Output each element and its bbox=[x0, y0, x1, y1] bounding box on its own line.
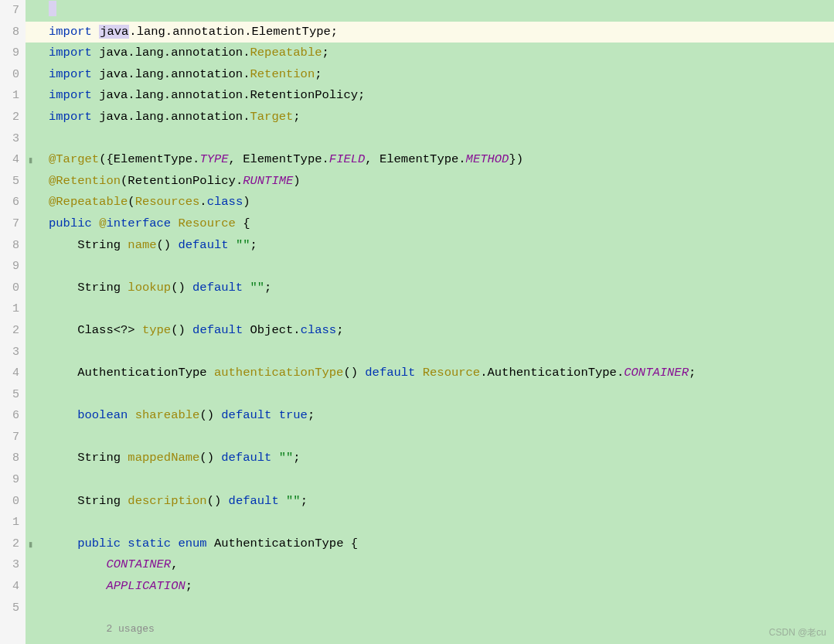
gutter-marker-icon: ▮ bbox=[28, 155, 33, 166]
code-line bbox=[49, 512, 834, 533]
keyword: import bbox=[49, 88, 92, 102]
line-number: 3 bbox=[0, 342, 19, 363]
line-number: 4 bbox=[0, 576, 19, 598]
code-line: import java.lang.annotation.Target; bbox=[49, 107, 834, 128]
line-number: 6 bbox=[0, 192, 19, 213]
code-line: CONTAINER, bbox=[49, 554, 834, 576]
string: "" bbox=[250, 281, 265, 295]
marker-column: ▮ ▮ ▮ bbox=[26, 0, 43, 644]
class-name: Resource bbox=[423, 366, 480, 380]
annotation: @ bbox=[49, 195, 56, 209]
line-number: 0 bbox=[0, 491, 19, 513]
class-name: ElementType bbox=[114, 152, 192, 166]
line-number: 5 bbox=[0, 171, 19, 193]
class-name: Retention bbox=[250, 67, 315, 81]
code-line: import java.lang.annotation.RetentionPol… bbox=[49, 85, 834, 107]
code-line: @Target({ElementType.TYPE, ElementType.F… bbox=[49, 149, 834, 171]
keyword: import bbox=[49, 25, 92, 39]
keyword: default bbox=[365, 366, 415, 380]
code-text: .lang.annotation. bbox=[128, 110, 250, 124]
line-number: 0 bbox=[0, 278, 19, 299]
code-line: import java.lang.annotation.Retention; bbox=[49, 64, 834, 86]
keyword: import bbox=[49, 110, 92, 124]
code-line-current: import java.lang.annotation.ElementType; bbox=[49, 22, 834, 43]
field: METHOD bbox=[466, 152, 509, 166]
class-name: Target bbox=[250, 110, 293, 124]
class-name: ElementType bbox=[380, 152, 458, 166]
code-line: @Repeatable(Resources.class) bbox=[49, 192, 834, 213]
line-number: 5 bbox=[0, 598, 19, 619]
class-name: Resources bbox=[135, 195, 200, 209]
class-name: ElementType bbox=[243, 152, 322, 166]
field: FIELD bbox=[329, 152, 366, 166]
annotation: Retention bbox=[56, 174, 121, 188]
code-line: String mappedName() default ""; bbox=[49, 448, 834, 469]
code-line bbox=[49, 469, 834, 491]
line-number: 1 bbox=[0, 85, 19, 107]
code-line: @Retention(RetentionPolicy.RUNTIME) bbox=[49, 171, 834, 193]
class-name: AuthenticationType bbox=[487, 366, 616, 380]
annotation: @ bbox=[49, 152, 56, 166]
code-editor: 78901234567890123456789012345 ▮ ▮ ▮ impo… bbox=[0, 0, 834, 644]
keyword: default bbox=[229, 494, 279, 508]
code-text: .lang.annotation.RetentionPolicy; bbox=[128, 88, 365, 102]
package-highlight: java bbox=[99, 25, 129, 39]
line-number: 7 bbox=[0, 0, 19, 22]
line-number: 3 bbox=[0, 554, 19, 576]
method: shareable bbox=[135, 408, 200, 422]
line-number: 9 bbox=[0, 256, 19, 278]
type: String bbox=[77, 451, 121, 465]
method: name bbox=[128, 238, 156, 252]
method: authenticationType bbox=[214, 366, 343, 380]
keyword: static bbox=[128, 537, 171, 550]
method: lookup bbox=[128, 281, 171, 295]
line-number: 8 bbox=[0, 448, 19, 469]
line-number: 6 bbox=[0, 405, 19, 427]
field: APPLICATION bbox=[106, 579, 185, 593]
keyword: class bbox=[207, 195, 243, 209]
keyword: enum bbox=[178, 537, 206, 550]
watermark: CSDN @老cu bbox=[769, 626, 826, 639]
field: TYPE bbox=[199, 152, 228, 166]
gutter-marker-icon: ▮ bbox=[28, 539, 33, 550]
code-line: public static enum AuthenticationType { bbox=[49, 533, 834, 555]
line-number: 2 bbox=[0, 533, 19, 555]
keyword: default bbox=[221, 408, 271, 422]
class-name: Repeatable bbox=[250, 46, 322, 60]
type: String bbox=[77, 494, 121, 508]
code-line: 2 usages bbox=[49, 618, 834, 640]
type: AuthenticationType bbox=[77, 366, 206, 380]
keyword: import bbox=[49, 46, 92, 60]
method: description bbox=[128, 494, 206, 508]
code-line bbox=[49, 427, 834, 448]
line-number: 7 bbox=[0, 427, 19, 448]
method: mappedName bbox=[128, 451, 199, 465]
code-line bbox=[49, 0, 834, 22]
code-line: APPLICATION; bbox=[49, 576, 834, 598]
code-line: String lookup() default ""; bbox=[49, 278, 834, 299]
code-line: AuthenticationType authenticationType() … bbox=[49, 363, 834, 384]
code-line bbox=[49, 384, 834, 406]
annotation: Target bbox=[56, 152, 99, 166]
line-number: 9 bbox=[0, 43, 19, 64]
line-number: 4 bbox=[0, 149, 19, 171]
code-line: String name() default ""; bbox=[49, 235, 834, 257]
line-number: 0 bbox=[0, 64, 19, 86]
annotation: @ bbox=[49, 174, 56, 188]
line-number: 5 bbox=[0, 384, 19, 406]
line-number: 7 bbox=[0, 213, 19, 235]
code-text: java bbox=[99, 67, 128, 81]
type: boolean bbox=[77, 408, 128, 422]
line-number: 2 bbox=[0, 107, 19, 128]
keyword: default bbox=[192, 281, 243, 295]
keyword: public bbox=[77, 537, 121, 550]
string: "" bbox=[279, 451, 294, 465]
line-number: 4 bbox=[0, 363, 19, 384]
usages-hint[interactable]: 2 usages bbox=[106, 623, 154, 635]
class-name: AuthenticationType bbox=[214, 537, 343, 550]
code-line bbox=[49, 298, 834, 320]
keyword: true bbox=[279, 408, 308, 422]
code-area[interactable]: import java.lang.annotation.ElementType;… bbox=[43, 0, 834, 644]
type: Class<?> bbox=[77, 323, 134, 337]
class-name: Object bbox=[250, 323, 294, 337]
